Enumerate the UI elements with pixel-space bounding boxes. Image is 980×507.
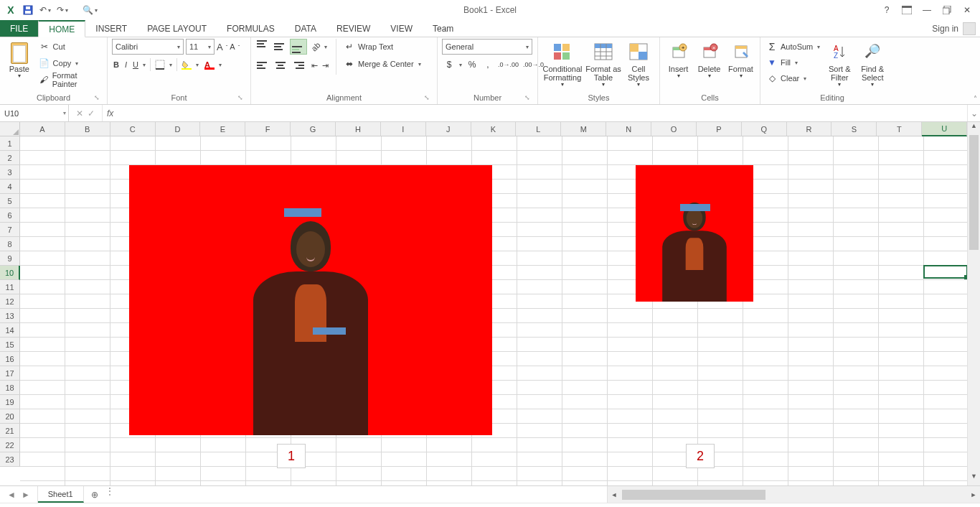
- col-header-B[interactable]: B: [65, 122, 110, 136]
- grow-font-button[interactable]: Aˆ: [217, 39, 227, 55]
- minimize-button[interactable]: —: [917, 2, 937, 18]
- row-header-18[interactable]: 18: [0, 381, 20, 395]
- align-bottom-button[interactable]: [290, 39, 307, 55]
- accounting-format-button[interactable]: $: [442, 57, 463, 73]
- fill-color-button[interactable]: [180, 57, 200, 73]
- font-name-combo[interactable]: Calibri▾: [112, 39, 184, 55]
- help-button[interactable]: ?: [877, 2, 897, 18]
- row-header-9[interactable]: 9: [0, 251, 20, 266]
- shrink-font-button[interactable]: Aˇ: [230, 39, 240, 55]
- number-launcher[interactable]: ⤡: [523, 93, 532, 102]
- font-size-combo[interactable]: 11▾: [186, 39, 215, 55]
- sign-in-link[interactable]: Sign in: [932, 24, 958, 34]
- formula-input[interactable]: [118, 105, 967, 121]
- row-header-19[interactable]: 19: [0, 395, 20, 409]
- tab-split-handle[interactable]: ⋮: [105, 486, 113, 503]
- row-header-16[interactable]: 16: [0, 352, 20, 366]
- col-header-L[interactable]: L: [516, 122, 561, 136]
- comma-button[interactable]: ,: [481, 57, 495, 73]
- expand-formula-bar-button[interactable]: ⌄: [967, 105, 980, 121]
- autosum-button[interactable]: ΣAutoSum: [765, 39, 821, 55]
- row-header-2[interactable]: 2: [0, 151, 20, 165]
- horizontal-scroll-thumb[interactable]: [622, 490, 765, 500]
- col-header-R[interactable]: R: [787, 122, 832, 136]
- fx-icon[interactable]: fx: [103, 105, 118, 121]
- fill-button[interactable]: ▼Fill: [765, 55, 821, 70]
- align-top-button[interactable]: [255, 39, 271, 55]
- decrease-indent-button[interactable]: ⇤: [310, 57, 319, 73]
- vertical-scrollbar[interactable]: ▲ ▼: [967, 122, 980, 485]
- row-header-23[interactable]: 23: [0, 452, 20, 467]
- increase-decimal-button[interactable]: .0→.00: [496, 57, 520, 73]
- find-select-button[interactable]: 🔎Find & Select▾: [857, 39, 887, 88]
- format-cells-button[interactable]: Format▾: [726, 39, 755, 80]
- tab-page-layout[interactable]: PAGE LAYOUT: [137, 20, 217, 37]
- row-header-10[interactable]: 10: [0, 266, 20, 280]
- row-header-22[interactable]: 22: [0, 438, 20, 452]
- vertical-scroll-thumb[interactable]: [969, 135, 979, 250]
- col-header-S[interactable]: S: [831, 122, 877, 136]
- enter-formula-button[interactable]: ✓: [88, 108, 95, 118]
- ribbon-display-options[interactable]: [897, 2, 917, 18]
- cut-button[interactable]: ✂Cut: [37, 39, 103, 55]
- conditional-formatting-button[interactable]: Conditional Formatting▾: [542, 39, 583, 88]
- restore-button[interactable]: [937, 2, 957, 18]
- row-header-3[interactable]: 3: [0, 165, 20, 180]
- row-header-17[interactable]: 17: [0, 366, 20, 381]
- tab-formulas[interactable]: FORMULAS: [217, 20, 285, 37]
- collapse-ribbon-button[interactable]: ˄: [974, 95, 977, 103]
- cells-viewport[interactable]: 1 2: [20, 136, 967, 485]
- cancel-formula-button[interactable]: ✕: [76, 108, 83, 118]
- row-header-12[interactable]: 12: [0, 294, 20, 309]
- close-button[interactable]: ✕: [957, 2, 977, 18]
- tab-team[interactable]: Team: [423, 20, 463, 37]
- copy-button[interactable]: 📄Copy: [37, 55, 103, 71]
- font-launcher[interactable]: ⤡: [236, 93, 245, 102]
- row-header-11[interactable]: 11: [0, 280, 20, 294]
- orientation-button[interactable]: ab: [310, 39, 330, 55]
- sheet-nav-next[interactable]: ►: [22, 490, 30, 500]
- number-format-combo[interactable]: General▾: [442, 39, 532, 55]
- insert-cells-button[interactable]: +Insert▾: [664, 39, 692, 80]
- name-box[interactable]: U10▾: [0, 105, 69, 121]
- row-header-7[interactable]: 7: [0, 223, 20, 237]
- merge-center-button[interactable]: ⬌Merge & Center: [342, 56, 423, 72]
- active-cell[interactable]: [923, 265, 967, 279]
- increase-indent-button[interactable]: ⇥: [321, 57, 330, 73]
- worksheet-grid[interactable]: ABCDEFGHIJKLMNOPQRSTU 123456789101112131…: [0, 122, 980, 485]
- bold-button[interactable]: B: [112, 57, 121, 73]
- cell-styles-button[interactable]: Cell Styles▾: [624, 39, 653, 88]
- col-header-E[interactable]: E: [200, 122, 245, 136]
- italic-button[interactable]: I: [123, 57, 128, 73]
- format-as-table-button[interactable]: Format as Table▾: [585, 39, 621, 88]
- redo-button[interactable]: ↷: [55, 2, 70, 18]
- col-header-C[interactable]: C: [110, 122, 156, 136]
- percent-button[interactable]: %: [465, 57, 479, 73]
- delete-cells-button[interactable]: ×Delete▾: [695, 39, 723, 80]
- row-header-1[interactable]: 1: [0, 136, 20, 151]
- clipboard-launcher[interactable]: ⤡: [93, 93, 101, 102]
- font-color-button[interactable]: A: [203, 57, 223, 73]
- col-header-U[interactable]: U: [922, 122, 967, 136]
- col-header-P[interactable]: P: [697, 122, 742, 136]
- row-header-20[interactable]: 20: [0, 409, 20, 424]
- align-middle-button[interactable]: [273, 39, 288, 55]
- underline-button[interactable]: U: [131, 57, 147, 73]
- format-painter-button[interactable]: 🖌Format Painter: [37, 72, 103, 88]
- wrap-text-button[interactable]: ↵Wrap Text: [342, 39, 423, 55]
- tab-data[interactable]: DATA: [285, 20, 326, 37]
- col-header-J[interactable]: J: [426, 122, 471, 136]
- tab-review[interactable]: REVIEW: [326, 20, 380, 37]
- sort-filter-button[interactable]: AZSort & Filter▾: [824, 39, 854, 88]
- row-header-5[interactable]: 5: [0, 194, 20, 208]
- new-sheet-button[interactable]: ⊕: [84, 486, 105, 503]
- col-header-H[interactable]: H: [336, 122, 381, 136]
- col-header-I[interactable]: I: [381, 122, 426, 136]
- row-header-4[interactable]: 4: [0, 180, 20, 194]
- column-headers[interactable]: ABCDEFGHIJKLMNOPQRSTU: [20, 122, 967, 136]
- image-1[interactable]: [129, 165, 492, 435]
- col-header-T[interactable]: T: [877, 122, 922, 136]
- align-left-button[interactable]: [255, 57, 271, 73]
- align-center-button[interactable]: [273, 57, 288, 73]
- sheet-nav-prev[interactable]: ◄: [7, 490, 16, 500]
